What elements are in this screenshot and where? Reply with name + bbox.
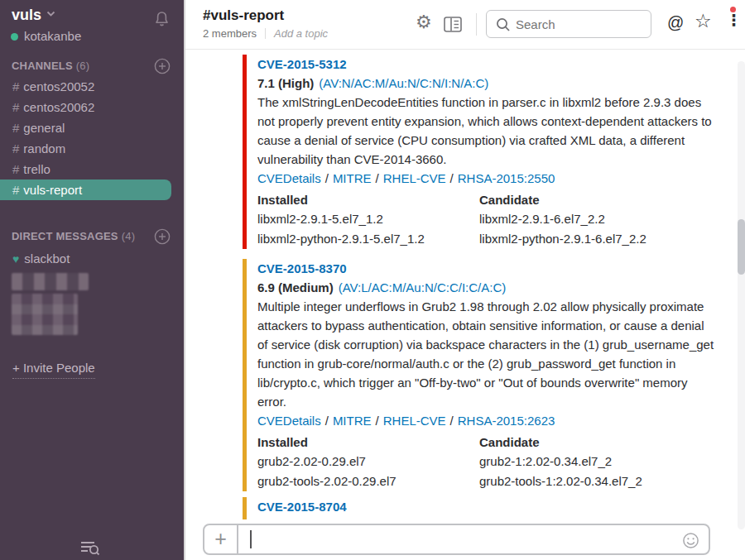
channel-name: random xyxy=(23,141,65,156)
dm-label: DIRECT MESSAGES xyxy=(12,230,118,242)
presence-dot-icon xyxy=(11,33,18,41)
current-user-name: kotakanbe xyxy=(24,29,81,43)
mentions-at-icon[interactable]: @ xyxy=(667,13,684,32)
search-box[interactable] xyxy=(486,10,651,38)
candidate-package: libxml2-2.9.1-6.el7_2.2 xyxy=(479,209,716,229)
attach-plus-button[interactable]: + xyxy=(204,525,238,553)
reference-links: CVEDetails/MITRE/RHEL-CVE/RHSA-2015:2550 xyxy=(257,169,716,188)
link-separator: / xyxy=(450,171,454,185)
cvss-vector-link[interactable]: (AV:L/AC:M/Au:N/C:C/I:C/A:C) xyxy=(339,280,507,294)
link-rhsa[interactable]: RHSA-2015:2550 xyxy=(458,171,555,185)
sidebar-item-vuls-report-selected[interactable]: #vuls-report xyxy=(0,179,171,200)
more-options-kebab-icon[interactable]: ⋮ xyxy=(726,12,742,29)
channel-name: trello xyxy=(23,162,50,176)
current-user[interactable]: kotakanbe xyxy=(11,29,81,43)
cvss-line: 7.1 (High)(AV:N/AC:M/Au:N/C:N/I:N/A:C) xyxy=(257,74,716,93)
cve-description: Multiple integer underflows in Grub2 1.9… xyxy=(257,297,716,411)
chevron-down-icon xyxy=(46,11,55,17)
sidebar-item-centos20052[interactable]: #centos20052 xyxy=(0,76,184,97)
invite-people-button[interactable]: + Invite People xyxy=(12,361,95,379)
add-dm-button[interactable] xyxy=(154,228,171,247)
candidate-package: grub2-tools-1:2.02-0.34.el7_2 xyxy=(479,471,716,491)
sidebar-item-slackbot[interactable]: ♥slackbot xyxy=(0,248,184,269)
hash-icon: # xyxy=(12,121,19,135)
package-fields: Installed libxml2-2.9.1-5.el7_1.2 libxml… xyxy=(257,190,716,249)
notification-red-dot xyxy=(730,7,736,12)
details-panel-icon[interactable] xyxy=(444,17,462,35)
emoji-picker-icon[interactable] xyxy=(682,532,699,552)
channels-count: (6) xyxy=(76,60,90,72)
message-attachment-cve-2015-5312: CVE-2015-5312 7.1 (High)(AV:N/AC:M/Au:N/… xyxy=(243,55,716,249)
installed-package: libxml2-python-2.9.1-5.el7_1.2 xyxy=(257,229,479,249)
dm-section-header[interactable]: DIRECT MESSAGES(4) xyxy=(12,230,135,242)
redacted-dm-name[interactable] xyxy=(12,294,78,335)
scrollbar-track[interactable] xyxy=(738,61,745,529)
member-count[interactable]: 2 members xyxy=(203,27,257,40)
link-rhel-cve[interactable]: RHEL-CVE xyxy=(383,414,446,428)
link-separator: / xyxy=(376,171,379,185)
candidate-column: Candidate grub2-1:2.02-0.34.el7_2 grub2-… xyxy=(479,433,716,491)
dm-count: (4) xyxy=(122,230,136,242)
sidebar-item-random[interactable]: #random xyxy=(0,138,184,159)
hash-icon: # xyxy=(12,141,19,156)
add-topic-link[interactable]: Add a topic xyxy=(274,27,328,40)
cvss-vector-link[interactable]: (AV:N/AC:M/Au:N/C:N/I:N/A:C) xyxy=(319,76,488,90)
add-channel-button[interactable] xyxy=(154,58,171,77)
hash-icon: # xyxy=(12,100,19,114)
reference-links: CVEDetails/MITRE/RHEL-CVE/RHSA-2015:2623 xyxy=(257,411,716,430)
channel-header: #vuls-report 2 membersAdd a topic ⚙ @ ☆ … xyxy=(185,0,745,50)
workspace-menu[interactable]: vuls xyxy=(12,7,55,24)
sidebar-item-general[interactable]: #general xyxy=(0,117,184,138)
redacted-dm-name[interactable] xyxy=(12,273,89,290)
channel-name: vuls-report xyxy=(23,183,82,197)
text-caret xyxy=(250,530,252,548)
slack-app-window: vuls kotakanbe CHANNELS(6) #centos20052 … xyxy=(0,0,745,560)
cve-title-link[interactable]: CVE-2015-8704 xyxy=(257,497,347,516)
message-attachment-cve-2015-8370: CVE-2015-8370 6.9 (Medium)(AV:L/AC:M/Au:… xyxy=(243,259,716,491)
installed-column: Installed grub2-2.02-0.29.el7 grub2-tool… xyxy=(257,433,479,491)
channel-list: #centos20052 #centos20062 #general #rand… xyxy=(0,76,184,200)
link-separator: / xyxy=(325,414,329,428)
link-rhsa[interactable]: RHSA-2015:2623 xyxy=(458,414,555,428)
hash-icon: # xyxy=(12,183,19,197)
candidate-label: Candidate xyxy=(479,433,716,452)
channel-name: centos20052 xyxy=(23,79,94,93)
link-cvedetails[interactable]: CVEDetails xyxy=(257,171,321,185)
sidebar-item-trello[interactable]: #trello xyxy=(0,159,184,179)
sidebar-item-centos20062[interactable]: #centos20062 xyxy=(0,97,184,117)
package-fields: Installed grub2-2.02-0.29.el7 grub2-tool… xyxy=(257,433,716,491)
cve-title-link[interactable]: CVE-2015-5312 xyxy=(257,55,716,74)
installed-label: Installed xyxy=(257,433,479,452)
channel-name: general xyxy=(23,121,65,135)
link-mitre[interactable]: MITRE xyxy=(333,171,372,185)
link-cvedetails[interactable]: CVEDetails xyxy=(257,414,321,428)
dm-list: ♥slackbot xyxy=(0,248,184,269)
cvss-score: 7.1 (High) xyxy=(257,76,314,90)
quick-switcher-icon[interactable] xyxy=(80,539,100,558)
header-divider xyxy=(476,13,477,36)
meta-divider xyxy=(265,28,266,39)
cve-title-link[interactable]: CVE-2015-8370 xyxy=(257,259,716,278)
candidate-label: Candidate xyxy=(479,190,716,209)
candidate-package: grub2-1:2.02-0.34.el7_2 xyxy=(479,452,716,471)
message-input[interactable]: + xyxy=(203,524,710,555)
link-separator: / xyxy=(325,171,329,185)
candidate-column: Candidate libxml2-2.9.1-6.el7_2.2 libxml… xyxy=(479,190,716,249)
starred-items-icon[interactable]: ☆ xyxy=(695,10,712,32)
channels-section-header[interactable]: CHANNELS(6) xyxy=(12,60,89,72)
search-input[interactable] xyxy=(487,11,651,37)
link-rhel-cve[interactable]: RHEL-CVE xyxy=(383,171,446,185)
installed-label: Installed xyxy=(257,190,479,209)
hash-icon: # xyxy=(12,162,19,176)
link-mitre[interactable]: MITRE xyxy=(333,414,372,428)
channel-settings-gear-icon[interactable]: ⚙ xyxy=(416,12,432,33)
installed-package: grub2-tools-2.02-0.29.el7 xyxy=(257,471,479,491)
main-pane: #vuls-report 2 membersAdd a topic ⚙ @ ☆ … xyxy=(184,0,745,560)
cvss-score: 6.9 (Medium) xyxy=(257,280,334,294)
notification-bell-icon[interactable] xyxy=(153,10,171,31)
channel-meta: 2 membersAdd a topic xyxy=(203,27,328,40)
link-separator: / xyxy=(376,414,379,428)
scrollbar-thumb[interactable] xyxy=(738,219,745,275)
candidate-package: libxml2-python-2.9.1-6.el7_2.2 xyxy=(479,229,716,249)
cve-description: The xmlStringLenDecodeEntities function … xyxy=(257,93,716,169)
